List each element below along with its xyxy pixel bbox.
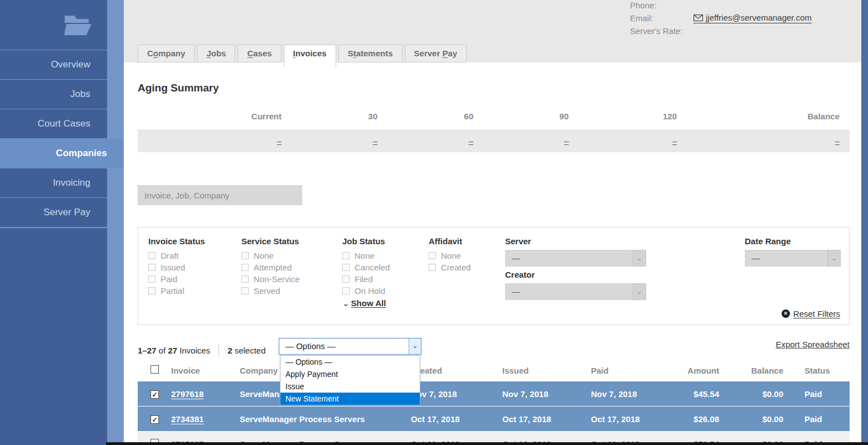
options-select[interactable]: — Options — ⌄ <box>279 338 421 355</box>
option-issue[interactable]: Issue <box>280 380 420 393</box>
filter-group-date-range: Date Range — ⌄ <box>745 236 841 267</box>
checkbox-icon[interactable] <box>342 264 350 271</box>
checkbox-icon[interactable] <box>148 252 156 259</box>
tab-server-pay[interactable]: Server Pay <box>405 45 467 62</box>
table-row[interactable]: ✓ 2797618 ServeManager Process Servers N… <box>138 381 850 406</box>
cell-amount: $26.08 <box>662 414 719 424</box>
sidebar-item-server-pay[interactable]: Server Pay <box>0 198 107 227</box>
filter-group-job-status: Job Status None Canceled Filed On Hold ⌄… <box>342 236 390 308</box>
option-apply-payment[interactable]: Apply Payment <box>280 368 420 380</box>
chevron-down-icon: ⌄ <box>633 283 646 300</box>
checkbox-partial[interactable]: Partial <box>148 285 205 297</box>
filter-group-affidavit: Affidavit None Created <box>429 236 471 273</box>
sidebar-item-invoicing[interactable]: Invoicing <box>0 168 107 197</box>
status-badge: Paid <box>783 414 850 424</box>
email-value: jjeffries@servemanager.com <box>694 13 812 23</box>
contact-info: Phone: Email: jjeffries@servemanager.com <box>630 0 812 37</box>
checkbox-filed[interactable]: Filed <box>342 273 390 285</box>
checkbox-on-hold[interactable]: On Hold <box>342 285 390 297</box>
aging-value-90[interactable]: – <box>564 136 569 146</box>
checkbox-affidavit-none[interactable]: None <box>429 250 471 262</box>
checkbox-icon[interactable] <box>148 275 156 283</box>
sidebar-item-court-cases[interactable]: Court Cases <box>0 109 107 138</box>
tab-cases[interactable]: Cases <box>237 45 281 62</box>
checkbox-icon[interactable] <box>241 264 249 271</box>
row-checkbox[interactable]: ✓ <box>151 415 159 424</box>
tab-company[interactable]: Company <box>138 45 195 62</box>
server-select[interactable]: — ⌄ <box>505 250 646 267</box>
filter-group-service-status: Service Status None Attempted Non-Servic… <box>241 236 300 297</box>
sidebar-nav: Overview Jobs Court Cases Companies Invo… <box>0 50 124 228</box>
folder-icon <box>64 12 93 37</box>
aging-value-balance[interactable]: – <box>835 136 840 146</box>
show-all-link[interactable]: ⌄Show All <box>342 298 390 308</box>
checkbox-draft[interactable]: Draft <box>148 250 205 262</box>
checkbox-paid[interactable]: Paid <box>148 273 205 285</box>
tab-statements[interactable]: Statements <box>338 45 403 62</box>
checkbox-icon[interactable] <box>342 287 350 294</box>
checkbox-icon[interactable] <box>241 275 249 283</box>
checkbox-attempted[interactable]: Attempted <box>241 262 300 273</box>
aging-value-current[interactable]: – <box>277 136 282 146</box>
aging-col-60: 60 <box>377 112 473 121</box>
date-range-select[interactable]: — ⌄ <box>745 250 841 267</box>
reset-filters-link[interactable]: ✕ Reset Filters <box>782 309 840 318</box>
option-new-statement[interactable]: New Statement <box>280 393 420 405</box>
bottom-edge-bar <box>106 442 868 445</box>
cell-company: ServeManager Process Servers <box>240 414 411 424</box>
cell-created: Nov 7, 2018 <box>411 389 502 399</box>
cell-paid: Nov 7, 2018 <box>591 389 662 399</box>
cell-issued: Oct 17, 2018 <box>502 414 591 424</box>
checkbox-icon[interactable] <box>148 287 156 294</box>
checkbox-icon[interactable] <box>148 264 156 271</box>
checkbox-job-none[interactable]: None <box>342 250 390 262</box>
aging-col-current: Current <box>138 112 282 121</box>
aging-col-30: 30 <box>282 112 377 121</box>
select-all-checkbox[interactable] <box>151 365 159 374</box>
checkbox-icon[interactable] <box>342 252 350 259</box>
aging-value-120[interactable]: – <box>672 136 677 146</box>
options-dropdown-list: — Options — Apply Payment Issue New Stat… <box>280 355 420 405</box>
envelope-icon <box>694 14 703 21</box>
checkbox-service-none[interactable]: None <box>241 250 300 262</box>
checkbox-icon[interactable] <box>342 275 350 283</box>
chevron-down-icon[interactable]: ⌄ <box>409 338 421 354</box>
results-bar: 1–27 of 27 Invoices 2 selected <box>138 344 266 356</box>
tab-invoices[interactable]: Invoices <box>284 45 336 67</box>
checkbox-created[interactable]: Created <box>429 262 471 273</box>
aging-value-30[interactable]: – <box>373 136 377 146</box>
checkbox-issued[interactable]: Issued <box>148 262 205 273</box>
sidebar-item-overview[interactable]: Overview <box>0 50 107 79</box>
sidebar-item-companies[interactable]: Companies <box>0 139 124 168</box>
invoice-link[interactable]: 2797618 <box>171 389 203 399</box>
app-logo[interactable] <box>0 0 107 50</box>
export-spreadsheet-link[interactable]: Export Spreadsheet <box>775 340 850 349</box>
option-options[interactable]: — Options — <box>280 356 420 368</box>
tab-jobs[interactable]: Jobs <box>197 45 235 62</box>
phone-label: Phone: <box>630 1 694 10</box>
col-issued: Issued <box>502 366 591 375</box>
filter-title: Affidavit <box>429 236 471 246</box>
checkbox-icon[interactable] <box>429 252 436 259</box>
checkbox-icon[interactable] <box>241 287 249 294</box>
sidebar-item-jobs[interactable]: Jobs <box>0 80 107 109</box>
cell-balance: $0.00 <box>719 414 783 424</box>
email-link[interactable]: jjeffries@servemanager.com <box>694 13 812 23</box>
checkbox-non-service[interactable]: Non-Service <box>241 273 300 285</box>
creator-select[interactable]: — ⌄ <box>505 283 646 300</box>
row-checkbox[interactable]: ✓ <box>151 390 159 399</box>
checkbox-canceled[interactable]: Canceled <box>342 262 390 273</box>
tab-bar: Company Jobs Cases Invoices Statements S… <box>138 45 467 67</box>
divider <box>219 344 219 356</box>
invoice-link[interactable]: 2734381 <box>171 414 203 424</box>
cell-amount: $45.54 <box>662 389 719 399</box>
app-window: Overview Jobs Court Cases Companies Invo… <box>0 0 868 445</box>
main-content: Phone: Email: jjeffries@servemanager.com <box>124 0 861 445</box>
table-row[interactable]: ✓ 2734381 ServeManager Process Servers O… <box>138 407 850 431</box>
chevron-down-icon: ⌄ <box>827 250 841 267</box>
aging-value-60[interactable]: – <box>469 136 473 146</box>
checkbox-served[interactable]: Served <box>241 285 300 297</box>
checkbox-icon[interactable] <box>241 252 249 259</box>
search-input[interactable] <box>138 185 302 205</box>
checkbox-icon[interactable] <box>429 264 436 271</box>
